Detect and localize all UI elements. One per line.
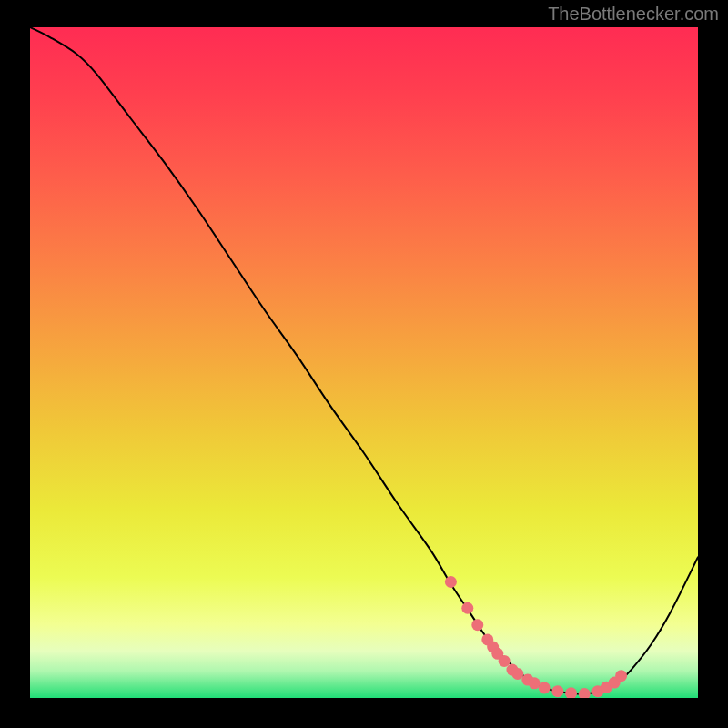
- marker-dot: [445, 576, 457, 588]
- marker-dot: [461, 602, 473, 614]
- marker-dot: [511, 668, 523, 680]
- svg-rect-0: [30, 27, 698, 698]
- marker-dot: [615, 670, 627, 682]
- marker-dot: [539, 682, 551, 693]
- attribution-text: TheBottlenecker.com: [548, 4, 719, 25]
- chart-svg: [30, 27, 698, 698]
- chart-plot-area: [30, 27, 698, 698]
- marker-dot: [551, 685, 563, 697]
- marker-dot: [471, 619, 483, 631]
- marker-dot: [499, 655, 511, 667]
